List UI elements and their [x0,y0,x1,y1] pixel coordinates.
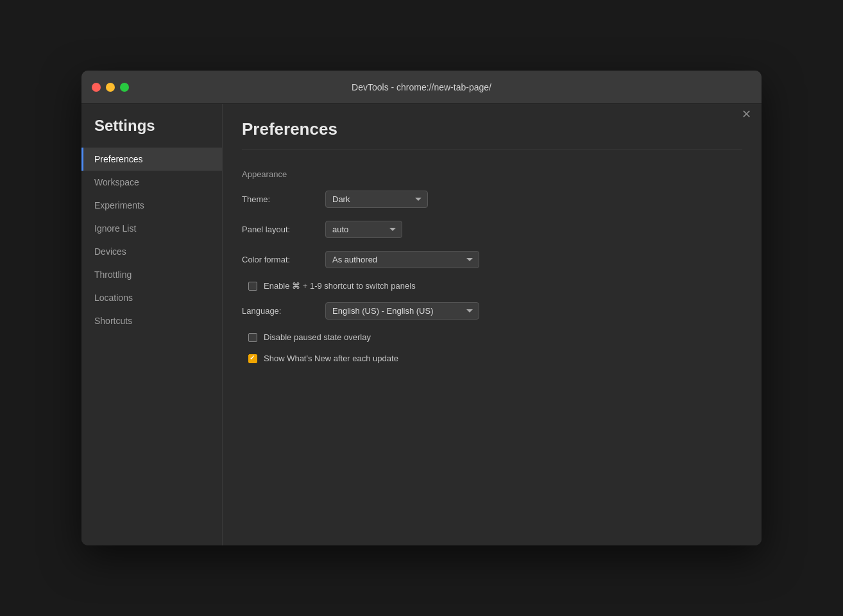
traffic-lights [92,83,129,92]
page-title: Preferences [242,119,742,139]
sidebar-item-locations[interactable]: Locations [81,286,222,309]
minimize-button-traffic[interactable] [106,83,115,92]
sidebar-item-preferences[interactable]: Preferences [81,148,222,171]
theme-row: Theme: Default Dark Light System prefere… [242,191,742,208]
sidebar-heading: Settings [81,117,222,148]
section-appearance-title: Appearance [242,163,742,179]
checkbox-panels-label[interactable]: Enable ⌘ + 1-9 shortcut to switch panels [264,281,416,291]
main-content: Settings Preferences Workspace Experimen… [81,104,762,545]
checkbox-panels-input[interactable] [248,282,257,291]
color-format-select[interactable]: As authored HEX RGB HSL [325,251,479,268]
window-title: DevTools - chrome://new-tab-page/ [352,82,491,92]
checkbox-whats-new-label[interactable]: Show What's New after each update [264,354,398,363]
panel-layout-select[interactable]: auto horizontal vertical [325,221,402,238]
sidebar-item-ignore-list[interactable]: Ignore List [81,217,222,240]
titlebar: DevTools - chrome://new-tab-page/ [81,71,762,104]
checkbox-whats-new-input[interactable] [248,354,257,363]
content-scroll[interactable]: Appearance Theme: Default Dark Light Sys… [223,150,762,545]
sidebar-item-shortcuts[interactable]: Shortcuts [81,309,222,332]
devtools-window: DevTools - chrome://new-tab-page/ Settin… [81,71,762,545]
close-settings-button[interactable]: ✕ [742,108,751,120]
sidebar-item-devices[interactable]: Devices [81,240,222,263]
sidebar-item-throttling[interactable]: Throttling [81,263,222,286]
sidebar-item-workspace[interactable]: Workspace [81,171,222,194]
language-label: Language: [242,306,325,316]
theme-select[interactable]: Default Dark Light System preference [325,191,428,208]
checkbox-panels-row: Enable ⌘ + 1-9 shortcut to switch panels [242,281,742,291]
checkbox-paused-label[interactable]: Disable paused state overlay [264,332,371,342]
content-header: Preferences [223,104,762,150]
color-format-row: Color format: As authored HEX RGB HSL [242,251,742,268]
close-button-traffic[interactable] [92,83,101,92]
sidebar: Settings Preferences Workspace Experimen… [81,104,223,545]
maximize-button-traffic[interactable] [120,83,129,92]
sidebar-item-experiments[interactable]: Experiments [81,194,222,217]
language-select[interactable]: English (US) - English (US) English (UK)… [325,302,479,320]
panel-layout-label: Panel layout: [242,225,325,234]
panel-layout-row: Panel layout: auto horizontal vertical [242,221,742,238]
color-format-label: Color format: [242,255,325,264]
checkbox-whats-new-row: Show What's New after each update [242,354,742,363]
language-row: Language: English (US) - English (US) En… [242,302,742,320]
checkbox-paused-input[interactable] [248,333,257,342]
theme-label: Theme: [242,194,325,204]
checkbox-paused-row: Disable paused state overlay [242,332,742,342]
section-divider [242,150,742,150]
content-area: Preferences Appearance Theme: Default Da… [223,104,762,545]
